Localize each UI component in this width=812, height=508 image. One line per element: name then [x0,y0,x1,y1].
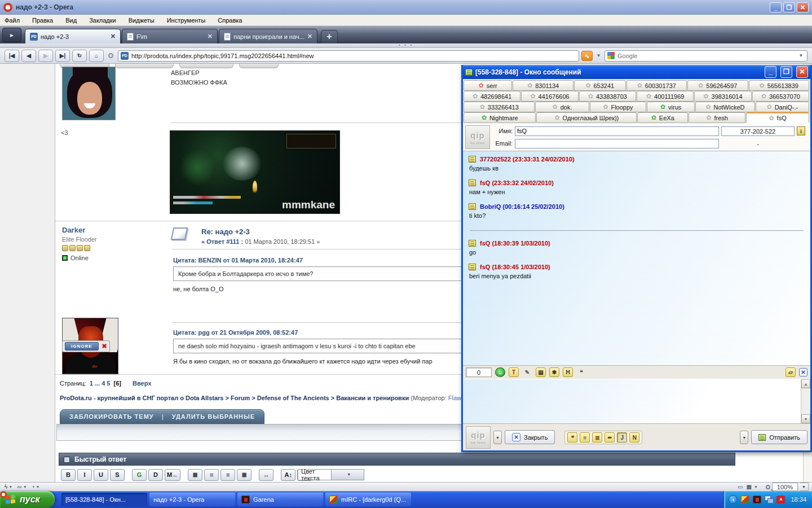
align-justify-button[interactable]: ≣ [237,469,251,481]
tray-mirc-icon[interactable] [741,496,749,503]
font-size-button[interactable]: A↕ [281,469,295,481]
email-input[interactable] [515,139,719,148]
align-center-button[interactable]: ≡ [204,469,219,481]
breadcrumb-main[interactable]: ProDota.ru - крупнейший в СНГ портал о D… [60,395,409,401]
reload-button[interactable]: ↻ [72,50,87,62]
new-note-icon[interactable]: ▱ [785,367,796,377]
lock-topic-button[interactable]: ЗАБЛОКИРОВАТЬ ТЕМУ [69,413,154,420]
contact-tab[interactable]: ✿433838703 [579,91,636,102]
glow-button[interactable]: G [132,469,147,481]
task-button[interactable]: надо +2-3 - Opera [149,493,235,506]
forward-button[interactable]: ▶ [38,50,53,62]
quote-icon[interactable]: ❝ [576,367,586,377]
opera-minimize-button[interactable]: _ [770,2,782,12]
ignore-button[interactable]: IGNORE ✖ [62,340,110,352]
zoom-dropdown[interactable]: ▼ [800,483,809,491]
partial-button[interactable] [239,64,279,68]
menu-item[interactable]: Инструменты [167,17,206,24]
opera-restore-button[interactable]: ❐ [783,2,795,12]
marquee-button[interactable]: M← [165,469,180,481]
opera-close-button[interactable]: ✕ [797,2,809,12]
tab-close-icon[interactable]: ✕ [307,33,312,40]
qip-minimize-button[interactable]: _ [765,66,776,78]
tab-close-icon[interactable]: ✕ [111,33,116,40]
contact-tab[interactable]: ✿Nightmare [464,112,536,123]
opera-link-icon[interactable]: ∾▼ [16,484,30,490]
contact-tab[interactable]: ✿565613839 [749,80,809,91]
input-scrollbar[interactable]: ▲ ▼ [801,379,810,423]
contact-tab[interactable]: ✿600301737 [626,80,687,91]
bold-button[interactable]: B [61,469,76,481]
qip-maximize-button[interactable]: ❐ [780,66,792,78]
quote-insert-icon[interactable]: ❝ [567,432,577,443]
wingdings-icon[interactable]: ✱ [549,367,559,377]
tray-garena-icon[interactable] [753,496,761,503]
close-options-dropdown[interactable]: ▼ [493,431,502,444]
tray-ati-icon[interactable]: A [776,496,785,503]
search-dropdown[interactable]: ▼ [797,51,805,61]
task-button[interactable]: Garena [237,493,323,506]
contact-tab[interactable]: ✿366537070 [752,91,809,102]
tray-chevron-icon[interactable]: ‹ [729,495,738,504]
quill-icon[interactable]: ✎ [522,367,532,377]
message-input-area[interactable]: ▲ ▼ [463,379,810,424]
status-icon[interactable]: ∾ [16,484,23,490]
task-button[interactable]: [558-328-848] - Окн... [61,493,147,506]
select-dropdown-icon[interactable]: ▼ [331,470,364,480]
menu-item[interactable]: Виджеты [129,17,155,24]
start-button[interactable]: пуск [0,491,55,508]
rss-dropdown[interactable]: ▼ [595,51,602,61]
align-right-button[interactable]: ≡ [220,469,235,481]
contact-tab[interactable]: ✿441676606 [521,91,578,102]
task-button[interactable]: mIRC - [darkerg0d (Q... [325,493,411,506]
hr-button[interactable]: ↔ [259,469,273,481]
toolbar-grip[interactable]: • • • [0,43,812,48]
notes-icon[interactable]: N [629,432,639,443]
quick-reply-header[interactable]: Быстрый ответ [59,453,735,466]
tab-close-icon[interactable]: ✕ [208,33,213,40]
contact-tab[interactable]: ✿fresh [689,112,745,123]
contact-tab[interactable]: ✿dok. [535,102,589,112]
contact-tab[interactable]: ✿333266413 [464,102,535,112]
fit-width-icon[interactable]: ▭ [736,484,744,490]
contact-tab[interactable]: ✿482698641 [464,91,520,102]
html-icon[interactable]: H [563,367,573,377]
back-button[interactable]: ◀ [21,50,36,62]
partial-button[interactable] [179,64,233,68]
menu-item[interactable]: Справка [218,17,242,24]
history-icon[interactable]: ◔▼ [30,484,43,490]
contact-tab[interactable]: ✿Одноглазый Шрек)) [536,112,637,123]
search-box[interactable]: ▼ [604,50,807,62]
menu-item[interactable]: Файл [5,17,20,24]
italic-button[interactable]: I [77,469,92,481]
tray-network-icon[interactable] [765,496,773,503]
send-button[interactable]: Отправить [751,430,807,444]
status-icon[interactable]: ◔ [30,484,36,490]
address-input[interactable] [131,52,576,59]
new-tab-button[interactable]: + [321,30,338,43]
menu-item[interactable]: Правка [32,17,53,24]
underline-button[interactable]: U [94,469,108,481]
rss-icon[interactable]: ∿ [581,51,593,61]
settings-wrench-icon[interactable]: ✒ [604,432,615,443]
contact-tab[interactable]: ✿653241 [574,80,626,91]
menu-item[interactable]: Вид [65,17,77,24]
contact-tab[interactable]: ✿NotWickeD [695,102,755,112]
name-input[interactable] [515,126,719,136]
author-name[interactable]: Darker [62,226,164,234]
menu-item[interactable]: Закладки [89,17,116,24]
page-links[interactable]: 1 ... 4 5 [90,380,111,387]
align-left-button[interactable]: ≣ [188,469,202,481]
contact-tab[interactable]: ✿400111969 [637,91,694,102]
contact-tab[interactable]: ✿398316014 [694,91,751,102]
status-icon[interactable]: ϟ [3,484,8,490]
qip-close-button[interactable]: ✕ [796,66,808,78]
template-icon[interactable]: ≡ [580,432,590,443]
text-color-icon[interactable]: T [509,367,519,377]
rewind-button[interactable]: |◀ [5,50,19,62]
shadow-button[interactable]: D [148,469,163,481]
smiley-icon[interactable]: ☺ [495,367,505,377]
close-chat-button[interactable]: ✕ Закрыть [505,430,555,444]
text-color-select[interactable]: Цвет текста ▼ [298,469,364,480]
contact-tab[interactable]: ✿virus [647,102,695,112]
